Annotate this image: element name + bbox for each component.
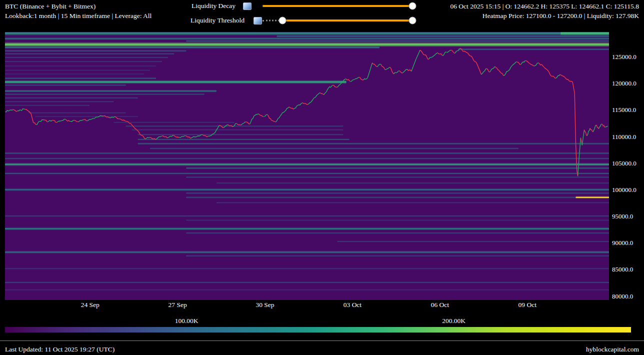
threshold-slider-track[interactable] bbox=[282, 20, 412, 22]
threshold-slider-high-handle[interactable] bbox=[409, 16, 416, 24]
x-axis-label: 30 Sep bbox=[256, 301, 274, 309]
liquidity-threshold-label: Liquidity Threshold bbox=[190, 16, 244, 24]
threshold-slider-low-handle[interactable] bbox=[278, 16, 286, 24]
y-axis-label: 125000.0 bbox=[612, 53, 636, 61]
decay-slider-track[interactable] bbox=[262, 5, 412, 7]
x-axis-label: 09 Oct bbox=[518, 301, 536, 309]
x-axis-label: 27 Sep bbox=[168, 301, 187, 309]
liquidity-decay-label: Liquidity Decay bbox=[192, 2, 236, 10]
x-axis-label: 24 Sep bbox=[81, 301, 100, 309]
y-axis-label: 80000.0 bbox=[612, 292, 633, 300]
y-axis-label: 110000.0 bbox=[612, 133, 636, 141]
colorbar-gradient bbox=[5, 327, 631, 332]
settings-line: Lookback:1 month | 15 Min timeframe | Le… bbox=[5, 12, 152, 20]
colorbar-label: 100.00K bbox=[175, 317, 198, 325]
y-axis-label: 115000.0 bbox=[612, 106, 636, 114]
last-updated-text: Last Updated: 11 Oct 2025 19:27 (UTC) bbox=[5, 346, 114, 354]
liquidity-decay-icon[interactable] bbox=[243, 2, 252, 10]
colorbar-label: 200.00K bbox=[442, 317, 466, 325]
symbol-title: BTC (Binance + Bybit + Bitmex) bbox=[5, 2, 96, 10]
y-axis-label: 85000.0 bbox=[612, 266, 633, 274]
app-root: BTC (Binance + Bybit + Bitmex) Lookback:… bbox=[0, 0, 644, 355]
liquidity-decay-slider[interactable] bbox=[262, 2, 412, 10]
heatmap-price-readout: Heatmap Price: 127100.0 - 127200.0 | Liq… bbox=[482, 12, 639, 20]
ohlc-readout: 06 Oct 2025 15:15 | O: 124662.2 H: 12537… bbox=[450, 2, 639, 10]
x-axis-label: 06 Oct bbox=[431, 301, 449, 309]
y-axis-label: 120000.0 bbox=[612, 80, 636, 88]
y-axis-label: 95000.0 bbox=[612, 212, 633, 220]
decay-slider-handle[interactable] bbox=[409, 2, 416, 10]
y-axis-label: 105000.0 bbox=[612, 160, 636, 168]
x-axis-label: 03 Oct bbox=[344, 301, 362, 309]
heatmap-canvas[interactable] bbox=[5, 32, 609, 300]
liquidity-threshold-slider[interactable] bbox=[262, 16, 412, 24]
y-axis-label: 90000.0 bbox=[612, 239, 633, 247]
y-axis-label: 100000.0 bbox=[612, 186, 636, 194]
liquidity-threshold-icon[interactable] bbox=[254, 17, 262, 24]
footer-divider bbox=[0, 340, 644, 341]
site-link[interactable]: hyblockcapital.com bbox=[586, 346, 639, 354]
